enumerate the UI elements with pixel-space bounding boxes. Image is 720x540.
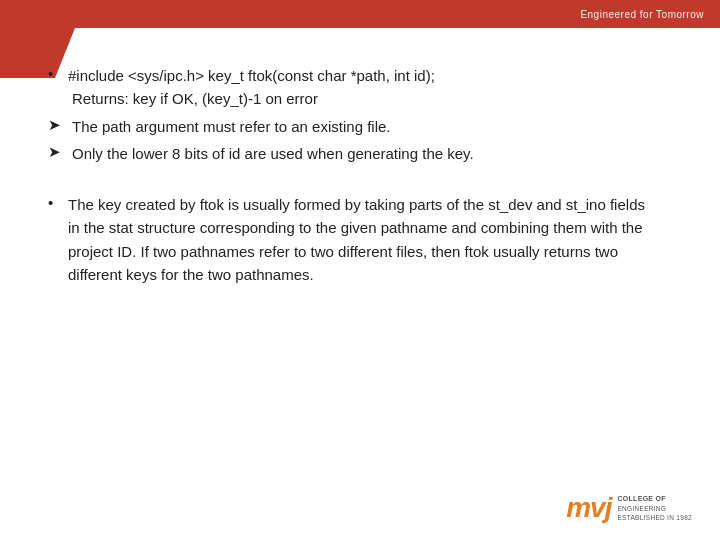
arrow-symbol-1: ➤ [48,115,72,134]
bullet-item-1: • #include <sys/ipc.h> key_t ftok(const … [48,64,672,111]
bullet-text-1-line1: #include <sys/ipc.h> key_t ftok(const ch… [68,64,435,87]
arrow-symbol-2: ➤ [48,142,72,161]
bullet-item-2: • The key created by ftok is usually for… [48,193,672,286]
tagline: Engineered for Tomorrow [580,9,704,20]
arrow-item-1: ➤ The path argument must refer to an exi… [48,115,672,138]
section-2: • The key created by ftok is usually for… [48,193,672,286]
logo-text-block: COLLEGE OF ENGINEERING Established in 19… [617,494,692,522]
main-content: • #include <sys/ipc.h> key_t ftok(const … [0,28,720,310]
bullet-text-2: The key created by ftok is usually forme… [68,193,648,286]
bullet-dot-2: • [48,193,68,211]
section-1: • #include <sys/ipc.h> key_t ftok(const … [48,64,672,165]
top-bar: Engineered for Tomorrow [0,0,720,28]
logo-area: mvj COLLEGE OF ENGINEERING Established i… [566,494,692,522]
arrow-item-2: ➤ Only the lower 8 bits of id are used w… [48,142,672,165]
arrow-text-2: Only the lower 8 bits of id are used whe… [72,142,474,165]
bullet-dot-1: • [48,64,68,82]
logo-letters: mvj [566,494,611,522]
arrow-text-1: The path argument must refer to an exist… [72,115,391,138]
bullet-text-1-line2: Returns: key if OK, (key_t)-1 on error [68,87,435,110]
